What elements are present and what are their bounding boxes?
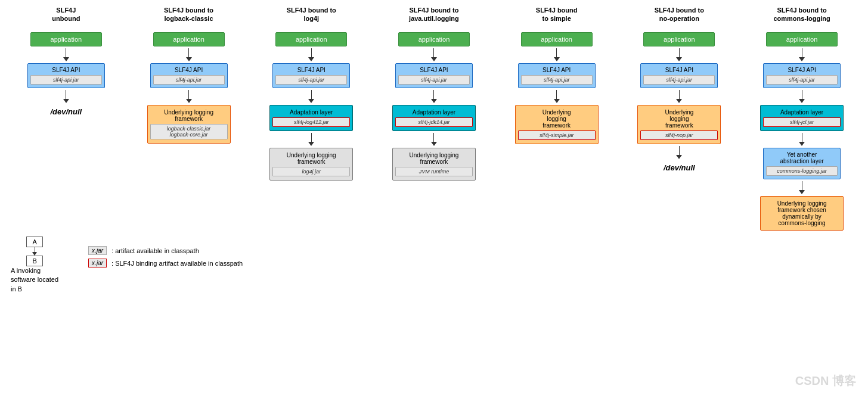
arrow-19 [799,181,805,194]
underlying-log4j: Underlying loggingframework log4j.jar [269,148,353,181]
underlying-logback: Underlying loggingframework logback-clas… [147,105,231,144]
jar-slf4j-jcl: slf4j-jcl.jar [763,117,841,127]
bottom-area: A B A invokingsoftware locatedin B x.jar… [5,237,863,294]
arrow-8 [431,48,437,61]
devnull-nop: /dev/null [664,163,695,172]
arrow-11 [554,48,560,61]
legend-desc-red: : SLF4J binding artifact available in cl… [111,260,243,267]
diagram-area: SLF4Junbound application SLF4J API slf4j… [5,6,863,231]
legend-desc-normal: : artifact available in classpath [111,247,199,254]
invoking-legend: A B A invokingsoftware locatedin B [11,237,58,294]
inv-box-b: B [26,256,43,266]
jar-nop: slf4j-nop.jar [640,130,718,140]
underlying-jul: Underlying loggingframework JVM runtime [392,148,476,181]
jar-log4j: log4j.jar [272,167,350,176]
slf4j-api-commons: SLF4J API slf4j-api.jar [763,63,841,88]
underlying-simple: Underlyingloggingframework slf4j-simple.… [515,105,599,144]
arrow-1 [63,48,69,61]
col-jul: SLF4J bound tojava.util.logging applicat… [377,6,491,181]
arrow-17 [799,90,805,103]
col-logback: SLF4J bound tologback-classic applicatio… [132,6,246,144]
jar-jvm: JVM runtime [395,167,473,176]
jar-commons-logging: commons-logging.jar [766,166,838,176]
arrow-15 [676,146,682,159]
arrow-10 [431,133,437,146]
col-unbound-title: SLF4Junbound [52,6,80,27]
underlying-nop: Underlyingloggingframework slf4j-nop.jar [637,105,721,144]
arrow-9 [431,90,437,103]
col-simple-title: SLF4J boundto simple [536,6,578,27]
arrow-3 [186,48,192,61]
legend-row-red: x.jar : SLF4J binding artifact available… [88,259,243,268]
arrow-13 [676,48,682,61]
jar-slf4j-api-jul: slf4j-api.jar [398,75,470,85]
col-logback-title: SLF4J bound tologback-classic [164,6,213,27]
slf4j-api-log4j: SLF4J API slf4j-api.jar [272,63,350,88]
app-box-simple: application [521,32,593,46]
legend-jar-red: x.jar [88,259,107,268]
arrow-2 [63,90,69,103]
jar-slf4j-api-unbound: slf4j-api.jar [30,75,102,85]
col-nop: SLF4J bound tono-operation application S… [622,6,736,175]
app-box-nop: application [643,32,715,46]
slf4j-api-logback: SLF4J API slf4j-api.jar [150,63,228,88]
app-box-jul: application [398,32,470,46]
col-unbound: SLF4Junbound application SLF4J API slf4j… [10,6,123,119]
jar-slf4j-jdk14: slf4j-jdk14.jar [395,117,473,127]
jar-simple: slf4j-simple.jar [518,130,596,140]
adaptation-log4j: Adaptation layer slf4j-log412.jar [269,105,353,131]
app-box-unbound: application [30,32,102,46]
adaptation-jul: Adaptation layer slf4j-jdk14.jar [392,105,476,131]
invoking-boxes: A B [11,237,58,266]
slf4j-api-nop: SLF4J API slf4j-api.jar [640,63,718,88]
col-nop-title: SLF4J bound tono-operation [655,6,704,27]
arrow-4 [186,90,192,103]
col-log4j-title: SLF4J bound tolog4j [287,6,336,27]
arrow-5 [308,48,314,61]
arrow-12 [554,90,560,103]
col-commons: SLF4J bound tocommons-logging applicatio… [745,6,858,231]
jar-logback: logback-classic.jarlogback-core.jar [150,124,228,139]
col-jul-title: SLF4J bound tojava.util.logging [409,6,459,27]
app-box-commons: application [766,32,838,46]
slf4j-api-jul: SLF4J API slf4j-api.jar [395,63,473,88]
legend-area: x.jar : artifact available in classpath … [82,246,243,294]
jar-slf4j-api-nop: slf4j-api.jar [643,75,715,85]
col-log4j: SLF4J bound tolog4j application SLF4J AP… [255,6,368,181]
adaptation-commons: Adaptation layer slf4j-jcl.jar [760,105,844,131]
devnull-unbound: /dev/null [50,107,82,116]
watermark: CSDN 博客 [795,373,856,389]
legend-jar-normal: x.jar [88,246,107,255]
slf4j-api-simple: SLF4J API slf4j-api.jar [518,63,596,88]
app-box-log4j: application [275,32,347,46]
inv-arrow [32,247,37,256]
col-simple: SLF4J boundto simple application SLF4J A… [500,6,613,144]
underlying-commons: Underlying loggingframework chosendynami… [760,196,844,231]
inv-box-a: A [26,237,43,247]
arrow-6 [308,90,314,103]
jar-slf4j-api-simple: slf4j-api.jar [521,75,593,85]
arrow-7 [308,133,314,146]
jar-slf4j-log4j: slf4j-log412.jar [272,117,350,127]
jar-slf4j-api-logback: slf4j-api.jar [153,75,225,85]
app-box-logback: application [153,32,225,46]
abstraction-commons: Yet anotherabstraction layer commons-log… [763,148,841,179]
legend-row-normal: x.jar : artifact available in classpath [88,246,243,255]
main-container: SLF4Junbound application SLF4J API slf4j… [0,0,868,395]
arrow-18 [799,133,805,146]
jar-slf4j-api-commons: slf4j-api.jar [766,75,838,85]
col-commons-title: SLF4J bound tocommons-logging [773,6,830,27]
slf4j-api-unbound: SLF4J API slf4j-api.jar [27,63,105,88]
invoking-text: A invokingsoftware locatedin B [11,266,58,294]
arrow-16 [799,48,805,61]
arrow-14 [676,90,682,103]
jar-slf4j-api-log4j: slf4j-api.jar [275,75,347,85]
